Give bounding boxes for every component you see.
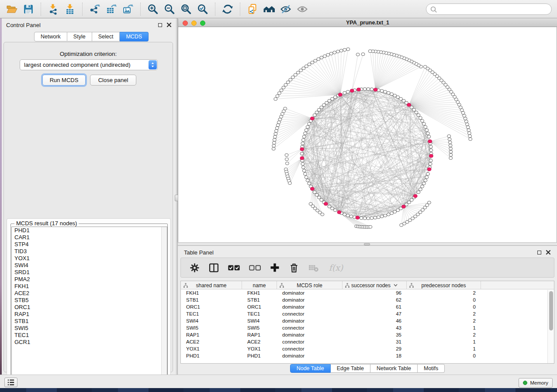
table-row[interactable]: SWI5SWI5connector431 (181, 324, 554, 331)
optimization-criterion-select[interactable]: largest connected component (undirected) (20, 59, 158, 70)
result-node-item[interactable]: SWI4 (12, 262, 167, 269)
result-node-item[interactable]: FKH1 (12, 283, 167, 290)
network-titlebar[interactable]: YPA_prune.txt_1 (178, 19, 557, 27)
table-row[interactable]: TEC1TEC1connector472 (181, 310, 554, 317)
mcds-hub-node[interactable] (374, 88, 377, 92)
tab-motifs[interactable]: Motifs (418, 364, 445, 373)
mcds-hub-node[interactable] (350, 89, 354, 93)
table-scrollbar[interactable] (547, 290, 554, 364)
network-view-canvas[interactable] (178, 27, 557, 242)
refresh-button[interactable] (219, 1, 236, 17)
mcds-hub-node[interactable] (300, 157, 304, 160)
show-all-button[interactable] (294, 1, 311, 17)
delete-rows-button[interactable] (288, 262, 300, 273)
export-network-button[interactable] (86, 1, 103, 17)
window-zoom-icon[interactable] (200, 21, 205, 26)
tab-network[interactable]: Network (34, 32, 67, 41)
mcds-hub-node[interactable] (401, 205, 405, 208)
result-node-item[interactable]: TID3 (12, 248, 167, 255)
result-node-item[interactable]: CAR1 (12, 234, 167, 241)
close-panel-button[interactable]: Close panel (90, 75, 136, 86)
table-row[interactable]: SWI4SWI4dominator462 (181, 317, 554, 324)
mcds-hub-node[interactable] (324, 202, 328, 206)
mcds-hub-node[interactable] (428, 140, 432, 143)
result-list-scrollbar[interactable] (161, 227, 167, 381)
hide-selected-button[interactable] (277, 1, 294, 17)
table-row[interactable]: ACE2ACE2connector311 (181, 338, 554, 345)
column-header-name[interactable]: name (242, 281, 277, 289)
table-row[interactable]: FKH1FKH1dominator962 (181, 289, 554, 296)
close-panel-icon[interactable] (166, 22, 172, 28)
save-session-button[interactable] (20, 1, 37, 17)
zoom-fit-button[interactable] (178, 1, 194, 17)
run-mcds-button[interactable]: Run MCDS (42, 75, 86, 86)
mcds-hub-node[interactable] (407, 103, 411, 107)
column-header-predecessor-nodes[interactable]: predecessor nodes (407, 281, 481, 289)
result-node-item[interactable]: ORC1 (12, 304, 167, 311)
table-row[interactable]: ORC1ORC1dominator610 (181, 303, 554, 310)
result-node-item[interactable]: STB5 (12, 297, 167, 304)
import-table-button[interactable] (62, 1, 78, 17)
zoom-in-button[interactable] (145, 1, 161, 17)
result-node-item[interactable]: YOX1 (12, 255, 167, 262)
float-table-panel-icon[interactable] (537, 251, 541, 254)
result-node-item[interactable]: RAP1 (12, 311, 167, 318)
select-all-rows-button[interactable] (227, 262, 240, 273)
open-folder-button[interactable] (3, 1, 20, 17)
import-network-button[interactable] (45, 1, 62, 17)
copy-network-button[interactable] (244, 1, 261, 17)
window-minimize-icon[interactable] (191, 21, 197, 26)
float-panel-icon[interactable] (158, 23, 162, 27)
table-row[interactable]: YOX1YOX1connector291 (181, 345, 554, 352)
memory-button[interactable]: Memory (519, 378, 553, 388)
result-node-item[interactable]: STB1 (12, 318, 167, 325)
export-table-button[interactable] (103, 1, 120, 17)
tab-edge-table[interactable]: Edge Table (331, 364, 370, 373)
column-header-successor-nodes[interactable]: successor nodes (343, 281, 407, 289)
result-node-item[interactable]: ACE2 (12, 290, 167, 297)
mcds-hub-node[interactable] (337, 210, 341, 214)
tab-style[interactable]: Style (67, 32, 92, 41)
close-table-panel-icon[interactable] (546, 250, 551, 255)
result-node-item[interactable]: PHD1 (12, 227, 167, 234)
mcds-hub-node[interactable] (429, 154, 433, 158)
table-row[interactable]: RAP1RAP1dominator352 (181, 331, 554, 338)
add-column-button[interactable] (269, 262, 280, 273)
result-node-item[interactable]: SWI5 (12, 325, 167, 332)
table-row[interactable]: STB1STB1dominator620 (181, 296, 554, 303)
home-network-button[interactable] (261, 1, 277, 17)
table-row[interactable]: PHD1PHD1dominator180 (181, 352, 554, 359)
zoom-out-button[interactable] (161, 1, 178, 17)
mcds-hub-node[interactable] (300, 148, 304, 151)
table-scrollbar-thumb[interactable] (549, 291, 553, 330)
zoom-selected-button[interactable] (194, 1, 211, 17)
window-close-icon[interactable] (183, 21, 188, 26)
column-header-MCDS-role[interactable]: MCDS role (277, 281, 343, 289)
result-node-item[interactable]: SRD1 (12, 269, 167, 276)
search-field[interactable] (426, 3, 552, 15)
result-node-item[interactable]: TEC1 (12, 332, 167, 339)
column-header-shared-name[interactable]: shared name (181, 281, 242, 289)
column-layout-button[interactable] (208, 262, 219, 273)
result-node-item[interactable]: GCR1 (12, 339, 167, 346)
tab-mcds[interactable]: MCDS (120, 32, 149, 41)
horizontal-split-divider[interactable] (178, 242, 557, 246)
tab-node-table[interactable]: Node Table (290, 364, 331, 373)
result-node-item[interactable]: STP4 (12, 241, 167, 248)
deselect-all-rows-button[interactable] (248, 262, 261, 273)
mcds-hub-node[interactable] (356, 216, 360, 220)
tab-network-table[interactable]: Network Table (370, 364, 418, 373)
mcds-hub-node[interactable] (310, 187, 314, 191)
mcds-result-list[interactable]: PHD1CAR1STP4TID3YOX1SWI4SRD1PMA2FKH1ACE2… (11, 227, 167, 381)
mcds-hub-node[interactable] (427, 168, 431, 171)
mcds-hub-node[interactable] (310, 117, 314, 120)
horizontal-split-grip[interactable] (364, 243, 370, 245)
mcds-hub-node[interactable] (413, 194, 417, 198)
export-image-button[interactable] (120, 1, 136, 17)
task-history-button[interactable] (4, 378, 17, 387)
tab-select[interactable]: Select (92, 32, 120, 41)
mcds-hub-node[interactable] (338, 93, 342, 96)
mcds-hub-node[interactable] (357, 88, 361, 91)
table-settings-button[interactable] (189, 262, 200, 273)
result-node-item[interactable]: PMA2 (12, 276, 167, 283)
